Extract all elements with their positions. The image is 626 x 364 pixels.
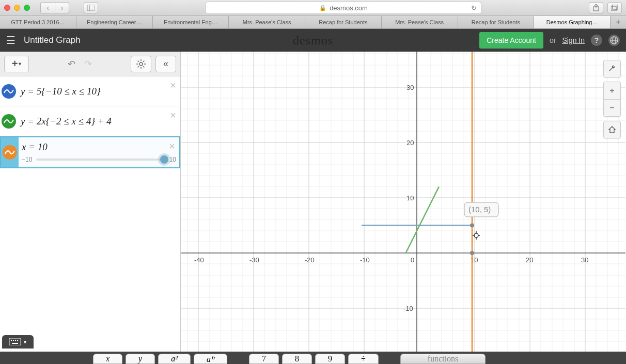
redo-button[interactable]: ↷ [81,57,96,71]
keypad-key[interactable]: 8 [282,354,312,364]
expression-row-selected[interactable]: x = 10 −10 10 × [0,136,180,168]
svg-rect-101 [15,340,16,341]
keypad-key[interactable]: y [126,354,155,364]
window-maximize-button[interactable] [24,5,30,11]
svg-text:20: 20 [526,256,533,264]
slider[interactable]: −10 10 [22,156,176,163]
browser-tab[interactable]: Recap for Students [305,16,382,28]
svg-line-16 [138,66,139,67]
svg-rect-98 [9,338,21,345]
graph-title[interactable]: Untitled Graph [24,35,81,45]
svg-line-17 [143,60,144,61]
svg-rect-0 [87,5,95,11]
svg-line-15 [143,66,144,67]
grid-major [181,52,625,364]
svg-line-14 [138,60,139,61]
app-header: ☰ Untitled Graph desmos Create Account o… [0,29,626,52]
browser-tabs: GTT Period 3 2016… Engineering Career… E… [0,16,626,29]
expression-delete-button[interactable]: × [170,109,176,121]
hamburger-icon[interactable]: ☰ [6,34,15,46]
expression-row[interactable]: y = 2x{−2 ≤ x ≤ 4} + 4 × [0,106,180,136]
tabs-button[interactable] [607,2,622,13]
back-button[interactable]: ‹ [40,2,55,13]
point-label: (10, 5) [468,205,491,214]
keyboard-icon [9,338,21,345]
expression-color-icon[interactable] [3,145,17,160]
traffic-lights [4,5,30,11]
browser-tab[interactable]: GTT Period 3 2016… [0,16,76,28]
expression-formula[interactable]: y = 5{−10 ≤ x ≤ 10} [18,76,180,106]
svg-text:0: 0 [411,256,414,264]
browser-tab[interactable]: Mrs. Pease's Class [382,16,458,28]
graph-canvas[interactable]: -40 -30 -20 -10 0 10 20 30 -10 10 20 30 [181,52,626,364]
window-close-button[interactable] [4,5,10,11]
browser-chrome: ‹ › 🔒 desmos.com ↻ [0,0,626,16]
svg-text:-30: -30 [249,256,259,264]
keypad-key[interactable]: 7 [249,354,279,364]
keypad-key[interactable]: ÷ [348,354,379,364]
new-tab-button[interactable]: + [611,16,626,28]
expression-list: y = 5{−10 ≤ x ≤ 10} × y = 2x{−2 ≤ x ≤ 4}… [0,76,180,364]
wrench-icon [608,65,616,73]
browser-tab-active[interactable]: Desmos Graphing… [534,16,611,28]
expression-settings-button[interactable] [131,56,151,72]
graph-area[interactable]: -40 -30 -20 -10 0 10 20 30 -10 10 20 30 [181,52,626,364]
expression-color-icon[interactable] [2,84,16,99]
graph-controls: + − [603,60,621,138]
slider-max: 10 [169,156,176,163]
intersection-point[interactable] [470,224,474,228]
browser-tab[interactable]: Environmental Eng… [153,16,229,28]
svg-rect-103 [12,343,18,344]
svg-text:-40: -40 [194,256,204,264]
url-bar[interactable]: 🔒 desmos.com ↻ [206,2,481,14]
grid-minor [181,52,625,364]
home-button[interactable] [603,121,621,138]
svg-rect-4 [611,6,616,11]
keypad-key[interactable]: 9 [315,354,345,364]
window-minimize-button[interactable] [14,5,20,11]
sign-in-link[interactable]: Sign In [562,36,585,44]
help-icon[interactable]: ? [591,35,602,46]
reload-icon[interactable]: ↻ [471,4,477,12]
expression-formula[interactable]: x = 10 [22,141,176,153]
svg-point-9 [139,62,143,66]
svg-rect-102 [17,340,18,341]
expression-delete-button[interactable]: × [170,80,176,91]
or-text: or [550,36,556,44]
keypad-functions-button[interactable]: functions [400,354,486,364]
keypad-toggle-button[interactable]: ▾ [2,335,34,349]
intersection-point[interactable] [470,251,474,255]
keypad-key[interactable]: a² [158,354,191,364]
collapse-panel-button[interactable]: « [155,56,176,72]
expression-formula[interactable]: y = 2x{−2 ≤ x ≤ 4} + 4 [18,106,180,136]
expression-panel: +▾ ↶ ↷ « y = 5{−10 ≤ x ≤ 10} × [0,52,181,364]
undo-button[interactable]: ↶ [65,57,79,71]
keypad-key[interactable]: x [93,354,122,364]
nav-button-group: ‹ › [40,2,69,13]
create-account-button[interactable]: Create Account [479,32,543,49]
svg-text:30: 30 [406,84,414,91]
expression-delete-button[interactable]: × [169,140,175,152]
language-icon[interactable] [608,35,620,46]
svg-rect-99 [11,340,12,341]
add-expression-button[interactable]: +▾ [4,56,29,72]
browser-tab[interactable]: Engineering Career… [76,16,153,28]
svg-text:30: 30 [581,256,588,264]
gear-icon [136,59,146,69]
expression-color-icon[interactable] [2,114,16,129]
share-button[interactable] [589,2,603,13]
slider-track[interactable] [36,159,165,161]
zoom-out-button[interactable]: − [603,99,621,117]
expression-toolbar: +▾ ↶ ↷ « [0,52,180,76]
graph-settings-button[interactable] [603,60,621,77]
sidebar-toggle-button[interactable] [84,2,98,13]
svg-rect-100 [13,340,14,341]
keypad-key[interactable]: aᵇ [194,354,227,364]
expression-row[interactable]: y = 5{−10 ≤ x ≤ 10} × [0,76,180,106]
slider-thumb[interactable] [160,155,168,164]
browser-tab[interactable]: Mrs. Pease's Class [229,16,305,28]
zoom-in-button[interactable]: + [603,82,621,99]
forward-button[interactable]: › [55,2,69,13]
svg-text:-10: -10 [360,256,370,264]
browser-tab[interactable]: Recap for Students [458,16,535,28]
